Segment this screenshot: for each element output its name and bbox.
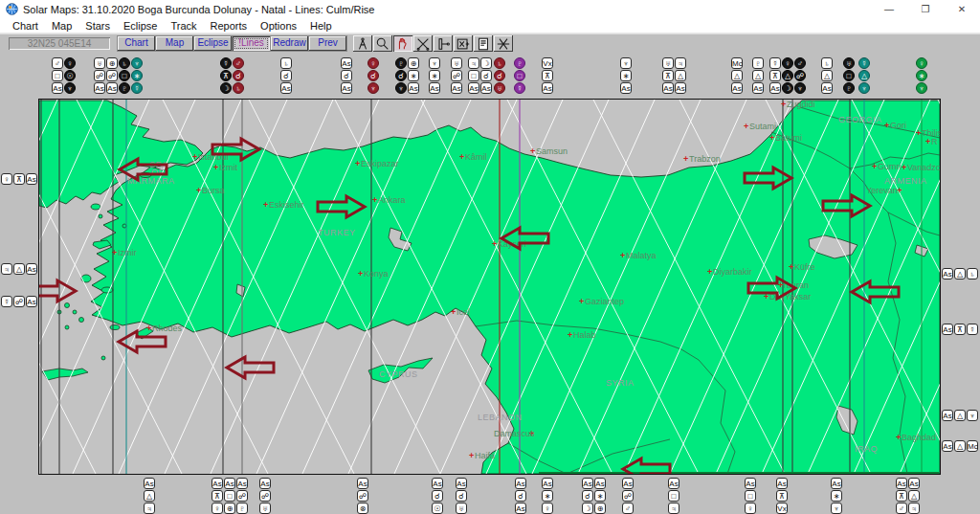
glyph-△: △ xyxy=(13,263,25,275)
glyph-♀: ♀ xyxy=(916,57,927,69)
city-label: +Damascus xyxy=(494,429,535,438)
toolbar-button-redraw[interactable]: Redraw xyxy=(271,36,308,51)
clamp-tool-icon[interactable] xyxy=(434,35,453,52)
glyph-As: As xyxy=(542,82,553,94)
menu-help[interactable]: Help xyxy=(303,20,339,32)
menu-track[interactable]: Track xyxy=(164,20,203,32)
glyph-column: As⊼Vx xyxy=(775,478,788,514)
city-marker: + xyxy=(781,100,786,109)
toolbar: 32N25 045E14 ChartMapEclipse!LinesRedraw… xyxy=(0,34,980,53)
cut-lines-tool-icon[interactable] xyxy=(413,35,433,52)
city-marker: + xyxy=(769,133,774,143)
glyph-column: As☌As xyxy=(340,57,352,95)
menu-map[interactable]: Map xyxy=(45,20,78,32)
menu-options[interactable]: Options xyxy=(254,20,303,32)
glyph-⊼: ⊼ xyxy=(542,70,553,81)
glyph-♆: ♆ xyxy=(794,82,806,94)
glyph-column: ♃□As xyxy=(467,57,479,95)
glyph-As: As xyxy=(776,478,788,489)
close-button[interactable]: ✕ xyxy=(944,0,980,18)
restore-button[interactable]: ❐ xyxy=(907,0,944,18)
city-marker: + xyxy=(196,186,201,195)
compass-tool-icon[interactable] xyxy=(353,35,372,52)
menu-eclipse[interactable]: Eclipse xyxy=(117,20,164,32)
glyph-As: As xyxy=(515,478,526,489)
map-canvas[interactable]: SEAOFMARMARATURKEYGEORGIAARMENIASYRIACYP… xyxy=(39,100,940,474)
glyph-⊼: ⊼ xyxy=(13,173,25,185)
bottom-glyph-cluster: As∗♆ xyxy=(830,478,842,514)
menu-chart[interactable]: Chart xyxy=(6,20,45,32)
glyph-♇: ♇ xyxy=(514,57,525,69)
glyph-☍: ☍ xyxy=(794,70,806,81)
report-tool-icon[interactable] xyxy=(474,35,493,52)
star-lines-tool-icon[interactable] xyxy=(494,35,513,52)
glyph-column: As☍♅ xyxy=(258,478,271,514)
glyph-♀: ♀ xyxy=(542,503,553,514)
top-glyph-cluster: Mc△As xyxy=(730,57,743,95)
glyph-☿: ☿ xyxy=(514,82,525,94)
island xyxy=(122,224,126,228)
glyph-column: As⊼♀ xyxy=(211,478,223,514)
toolbar-button-lines[interactable]: !Lines xyxy=(233,36,270,51)
pan-hand-tool-icon[interactable] xyxy=(393,35,412,52)
window-title: Solar Maps: 31.10.2020 Boga Burcunda Dol… xyxy=(23,4,871,15)
glyph-column: ♂☍♆ xyxy=(793,57,806,95)
bottom-glyph-cluster: As∗♀ xyxy=(541,478,553,514)
glyph-△: △ xyxy=(908,490,920,502)
glyph-column: ♀☌♆ xyxy=(367,57,379,95)
glyph-♄: ♄ xyxy=(233,82,244,94)
glyph-♀: ♀ xyxy=(782,57,793,69)
glyph-☌: ☌ xyxy=(515,490,526,502)
glyph-♃: ♃ xyxy=(675,57,686,69)
coordinates-status: 32N25 045E14 xyxy=(9,37,110,50)
toolbar-button-eclipse[interactable]: Eclipse xyxy=(194,36,232,51)
glyph-As: As xyxy=(480,82,492,94)
region-label: LEBANON xyxy=(478,413,523,422)
glyph-column: ⊕∗As xyxy=(407,57,419,95)
menu-reports[interactable]: Reports xyxy=(204,20,255,32)
glyph-⊕: ⊕ xyxy=(224,503,235,514)
glyph-∗: ∗ xyxy=(594,490,606,502)
glyph-☌: ☌ xyxy=(395,70,407,81)
toolbar-button-map[interactable]: Map xyxy=(156,36,193,51)
glyph-∗: ∗ xyxy=(131,70,143,81)
glyph-As: As xyxy=(280,82,292,94)
glyph-As: As xyxy=(429,82,440,94)
glyph-□: □ xyxy=(745,490,756,502)
glyph-♀: ♀ xyxy=(1,173,12,185)
glyph-♅: ♅ xyxy=(843,57,855,69)
city-marker: + xyxy=(707,267,712,277)
toolbar-button-prev[interactable]: Prev xyxy=(309,36,346,51)
island xyxy=(101,287,113,293)
city-name: Bursa xyxy=(202,186,225,195)
glyph-□: □ xyxy=(224,490,235,502)
city-marker: + xyxy=(358,269,363,279)
glyph-♅: ♅ xyxy=(456,503,467,514)
glyph-☽: ☽ xyxy=(782,82,793,94)
city-name: Malatya xyxy=(626,251,657,260)
city-marker: + xyxy=(620,251,625,260)
locate-tool-icon[interactable] xyxy=(454,35,473,52)
glyph-♆: ♆ xyxy=(429,57,440,69)
menu-stars[interactable]: Stars xyxy=(78,20,117,32)
city-label: +Yerevan xyxy=(866,186,902,195)
city-name: Ankara xyxy=(378,195,406,205)
toolbar-button-chart[interactable]: Chart xyxy=(118,36,155,51)
zoom-tool-icon[interactable] xyxy=(373,35,392,52)
glyph-As: As xyxy=(26,173,37,185)
glyph-♆: ♆ xyxy=(131,57,143,69)
left-glyph-cluster: ♀⊼As xyxy=(0,173,37,186)
app-icon xyxy=(6,3,18,15)
city-marker: + xyxy=(451,307,456,317)
glyph-As: As xyxy=(408,82,419,94)
glyph-column: As△♃ xyxy=(907,478,920,514)
bottom-glyph-cluster: As☌☉ xyxy=(431,478,443,514)
glyph-As: As xyxy=(908,478,920,489)
glyph-♅: ♅ xyxy=(451,57,462,69)
city-label: +Sutami xyxy=(744,122,776,131)
minimize-button[interactable]: — xyxy=(871,0,907,18)
glyph-column: ♄△As xyxy=(820,57,833,95)
glyph-☌: ☌ xyxy=(494,70,505,81)
glyph-As: As xyxy=(896,478,907,489)
glyph-□: □ xyxy=(514,70,525,81)
